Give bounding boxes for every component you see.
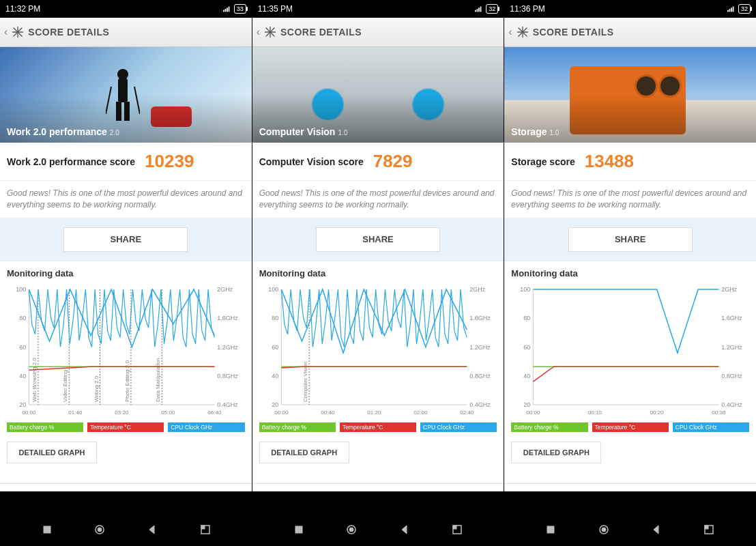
split-screen-button[interactable] (200, 524, 211, 535)
signal-icon (223, 5, 231, 12)
app-header: ‹ SCORE DETAILS (504, 18, 756, 47)
svg-text:Web Browsing 2.0: Web Browsing 2.0 (31, 357, 38, 401)
split-screen-button[interactable] (703, 524, 714, 535)
share-button[interactable]: SHARE (316, 227, 440, 252)
score-value: 7829 (373, 151, 413, 172)
score-value: 13488 (585, 151, 634, 172)
score-label: Storage score (511, 156, 575, 167)
back-chevron-icon[interactable]: ‹ (4, 26, 8, 38)
score-label: Work 2.0 performance score (7, 156, 135, 167)
home-button[interactable] (346, 524, 357, 535)
svg-text:00:00: 00:00 (22, 410, 36, 416)
snowflake-icon (12, 26, 24, 38)
status-bar: 11:32 PM 33 (0, 0, 252, 18)
snowflake-icon (264, 26, 276, 38)
svg-rect-43 (478, 8, 480, 12)
monitoring-title: Monitoring data (7, 268, 245, 278)
share-button[interactable]: SHARE (63, 227, 188, 252)
svg-rect-69 (729, 9, 731, 12)
monitoring-title: Monitoring data (511, 268, 749, 278)
svg-text:2GHz: 2GHz (469, 286, 486, 293)
status-bar: 11:36 PM 32 (504, 0, 756, 18)
svg-text:2GHz: 2GHz (722, 286, 738, 293)
svg-rect-1 (224, 9, 226, 12)
svg-text:02:00: 02:00 (413, 410, 428, 416)
svg-text:100: 100 (16, 286, 26, 293)
svg-text:1.6GHz: 1.6GHz (722, 315, 743, 321)
svg-rect-92 (44, 526, 50, 533)
svg-rect-3 (228, 7, 229, 12)
svg-rect-68 (727, 10, 729, 12)
recent-apps-button[interactable] (545, 524, 556, 535)
legend-temp: Temperature °C (87, 422, 164, 432)
svg-text:0.8GHz: 0.8GHz (217, 372, 238, 379)
svg-point-99 (349, 528, 353, 532)
score-box: Computer Vision score 7829 (252, 143, 504, 180)
svg-text:1.2GHz: 1.2GHz (217, 343, 238, 350)
hero-label: Work 2.0 performance2.0 (7, 126, 119, 137)
svg-text:00:30: 00:30 (712, 410, 727, 416)
legend-battery: Battery charge % (259, 422, 336, 432)
svg-text:60: 60 (19, 343, 26, 350)
share-button[interactable]: SHARE (568, 227, 693, 252)
app-header: ‹ SCORE DETAILS (0, 18, 252, 47)
battery-indicator: 32 (486, 4, 498, 14)
home-button[interactable] (598, 524, 609, 535)
back-button[interactable] (147, 524, 158, 535)
svg-text:1.6GHz: 1.6GHz (217, 315, 238, 321)
svg-text:100: 100 (268, 286, 278, 293)
svg-point-94 (98, 528, 102, 532)
svg-text:0.4GHz: 0.4GHz (722, 401, 743, 408)
svg-rect-2 (227, 8, 228, 12)
svg-text:80: 80 (524, 315, 531, 321)
back-button[interactable] (399, 524, 410, 535)
clock: 11:35 PM (258, 4, 293, 14)
header-title: SCORE DETAILS (280, 27, 362, 38)
detailed-graph-button[interactable]: DETAILED GRAPH (511, 442, 601, 463)
signal-icon (727, 5, 736, 12)
detailed-graph-button[interactable]: DETAILED GRAPH (7, 442, 97, 463)
svg-rect-101 (453, 526, 456, 529)
svg-text:1.2GHz: 1.2GHz (722, 343, 743, 350)
split-screen-button[interactable] (452, 524, 463, 535)
score-box: Storage score 13488 (504, 143, 756, 180)
svg-text:0.4GHz: 0.4GHz (469, 401, 491, 408)
back-button[interactable] (651, 524, 662, 535)
svg-text:Video Editing: Video Editing (62, 370, 68, 402)
status-bar: 11:35 PM 32 (252, 0, 504, 18)
monitoring-card: Monitoring data 100806040202GHz1.6GHz1.2… (504, 261, 756, 491)
chart-legend: Battery charge % Temperature °C CPU Cloc… (259, 422, 497, 432)
legend-cpu: CPU Clock GHz (673, 422, 749, 432)
svg-text:00:40: 00:40 (321, 410, 335, 416)
legend-temp: Temperature °C (340, 422, 416, 432)
recent-apps-button[interactable] (42, 524, 53, 535)
clock: 11:32 PM (5, 4, 40, 14)
legend-cpu: CPU Clock GHz (420, 422, 497, 432)
svg-text:01:20: 01:20 (367, 410, 381, 416)
svg-rect-70 (731, 8, 732, 12)
svg-rect-106 (705, 526, 708, 529)
signal-icon (475, 5, 483, 12)
monitoring-chart: 100806040202GHz1.6GHz1.2GHz0.8GHz0.4GHzC… (259, 285, 497, 418)
svg-text:01:40: 01:40 (68, 410, 83, 416)
detailed-graph-button[interactable]: DETAILED GRAPH (259, 442, 349, 463)
svg-text:05:00: 05:00 (161, 410, 175, 416)
svg-text:20: 20 (272, 401, 278, 408)
svg-text:Computer Vision: Computer Vision (302, 362, 308, 402)
home-button[interactable] (94, 524, 105, 535)
svg-text:20: 20 (524, 401, 531, 408)
svg-rect-44 (480, 7, 482, 12)
svg-text:2GHz: 2GHz (217, 286, 233, 293)
svg-rect-41 (475, 10, 476, 12)
svg-text:20: 20 (19, 401, 26, 408)
recent-apps-button[interactable] (293, 524, 304, 535)
monitoring-card: Monitoring data 100806040202GHz1.6GHz1.2… (0, 261, 252, 491)
system-nav-bar (0, 513, 756, 546)
svg-text:00:00: 00:00 (527, 410, 541, 416)
svg-rect-71 (733, 7, 734, 12)
back-chevron-icon[interactable]: ‹ (508, 26, 512, 38)
svg-text:40: 40 (524, 372, 531, 379)
svg-rect-0 (223, 10, 224, 12)
legend-battery: Battery charge % (511, 422, 587, 432)
back-chevron-icon[interactable]: ‹ (257, 26, 260, 38)
